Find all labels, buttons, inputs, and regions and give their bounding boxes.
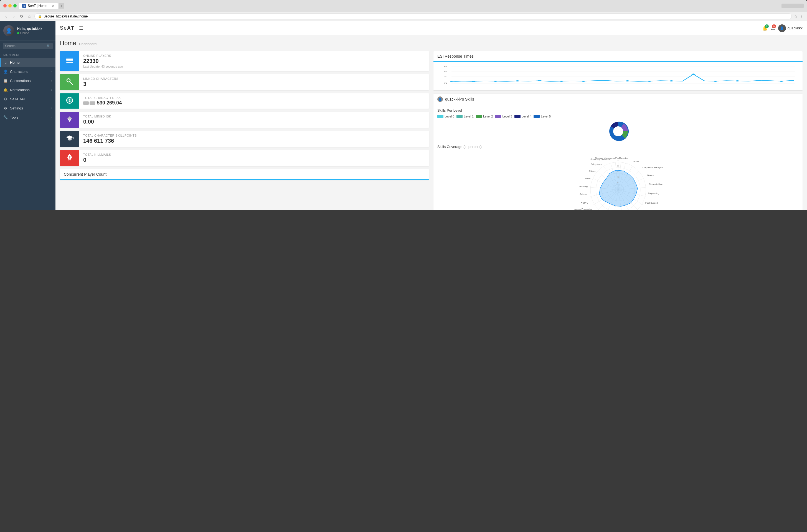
address-bar[interactable]: 🔒 Secure https://seat.dev/home	[34, 13, 792, 19]
page-title: Home	[60, 40, 76, 47]
svg-point-23	[472, 81, 475, 82]
stat-icon-skills	[60, 131, 79, 147]
coverage-title: Skills Coverage (in percent)	[437, 145, 799, 149]
forward-button[interactable]: ›	[11, 14, 17, 19]
traffic-lights	[3, 4, 17, 7]
legend-label-1: Level 1	[464, 115, 473, 118]
svg-text:Engineering: Engineering	[648, 192, 659, 194]
stat-label-kill: TOTAL KILLMAILS	[83, 153, 425, 156]
stat-info-isk: TOTAL CHARACTER ISK 530 269.04	[79, 93, 429, 109]
stat-label-mined: TOTAL MINED ISK	[83, 115, 425, 118]
svg-point-34	[714, 81, 717, 82]
sidebar-search[interactable]: 🔍	[0, 40, 55, 52]
stat-label-isk: TOTAL CHARACTER ISK	[83, 96, 425, 99]
key-icon	[66, 78, 73, 87]
menu-icon[interactable]: ⋮	[800, 14, 804, 19]
svg-point-13	[69, 156, 70, 158]
stat-sublabel-online: Last Update: 43 seconds ago	[83, 65, 425, 68]
stat-icon-online	[60, 51, 79, 71]
legend-level0: Level 0	[437, 115, 454, 118]
new-tab-button[interactable]: +	[59, 3, 65, 8]
skills-card: 👤 qu1ckkkk's Skills Skills Per Level Lev…	[434, 94, 803, 210]
stat-value-row-isk: 530 269.04	[83, 100, 425, 106]
sidebar-item-home[interactable]: ⌂ Home	[0, 58, 55, 67]
maximize-button[interactable]	[13, 4, 17, 7]
sidebar-user: 👤 Hello, qu1ckkkk Online	[0, 21, 55, 40]
stat-icon-linked	[60, 74, 79, 90]
rocket-icon	[66, 153, 73, 163]
search-icon: 🔍	[47, 44, 51, 48]
page-header: Home Dashboard	[60, 40, 803, 47]
reload-button[interactable]: ↻	[19, 14, 24, 19]
svg-point-38	[791, 80, 794, 81]
sidebar-item-settings[interactable]: ⚙ Settings ›	[0, 103, 55, 113]
notifications-icon: 🔔	[3, 88, 8, 92]
sidebar-item-tools[interactable]: 🔧 Tools ›	[0, 113, 55, 122]
radar-grid: 90 70 50 30 10 Trade Armor	[574, 157, 662, 210]
svg-point-25	[516, 80, 519, 81]
tab-title: SeAT | Home	[28, 4, 48, 8]
esi-card-header: ESI Response Times	[434, 51, 803, 62]
stat-value-skillpoints: 146 611 736	[83, 138, 425, 144]
address-bar-container: ‹ › ↻ ⌂ 🔒 Secure https://seat.dev/home ☆…	[0, 12, 807, 21]
bookmark-icon[interactable]: ☆	[794, 14, 797, 19]
tab-favicon: s	[22, 4, 26, 8]
active-tab[interactable]: s SeAT | Home ✕	[19, 3, 58, 9]
search-input[interactable]	[5, 44, 45, 48]
per-level-title: Skills Per Level	[437, 108, 799, 113]
search-box[interactable]: 🔍	[3, 43, 53, 49]
svg-point-30	[626, 80, 629, 81]
home-button[interactable]: ⌂	[26, 14, 32, 19]
graduation-icon	[66, 134, 74, 144]
app-wrapper: 👤 Hello, qu1ckkkk Online 🔍 Main Menu	[0, 21, 807, 210]
list-icon	[66, 57, 73, 65]
svg-text:30: 30	[617, 165, 619, 167]
svg-marker-68	[599, 170, 638, 206]
svg-text:0: 0	[444, 82, 447, 84]
svg-point-31	[648, 81, 651, 82]
legend-color-1	[457, 115, 462, 118]
svg-text:4: 4	[444, 70, 447, 73]
svg-point-26	[538, 80, 541, 81]
svg-text:Electronic Systems: Electronic Systems	[649, 183, 662, 185]
right-column: ESI Response Times 6 4 2 0	[434, 51, 803, 210]
tab-bar: s SeAT | Home ✕ +	[19, 3, 779, 9]
svg-point-29	[604, 80, 607, 81]
notifications-button[interactable]: ⚠ 0	[771, 25, 775, 31]
close-button[interactable]	[3, 4, 7, 7]
sidebar-item-characters[interactable]: 👤 Characters ›	[0, 67, 55, 76]
user-dropdown[interactable]: 👤 qu1ckkkk	[778, 24, 803, 32]
svg-text:10: 10	[617, 159, 619, 161]
legend-label-2: Level 2	[483, 115, 493, 118]
user-status: Online	[17, 31, 52, 35]
back-button[interactable]: ‹	[3, 14, 9, 19]
skills-avatar: 👤	[437, 96, 443, 102]
stat-label-skillpoints: TOTAL CHARACTER SKILLPOINTS	[83, 134, 425, 137]
minimize-button[interactable]	[8, 4, 12, 7]
alerts-button[interactable]: 🔔 0	[762, 25, 768, 31]
svg-text:90: 90	[617, 182, 619, 184]
esi-chart: 6 4 2 0	[437, 64, 799, 87]
stat-info-mined: TOTAL MINED ISK 0.00	[79, 112, 429, 128]
svg-rect-3	[66, 62, 73, 63]
svg-point-39	[613, 126, 623, 136]
user-greeting: Hello, qu1ckkkk	[17, 27, 52, 31]
main-content: SeAT ☰ 🔔 0 ⚠ 0 👤 qu1ckkkk	[55, 21, 807, 210]
top-navbar: SeAT ☰ 🔔 0 ⚠ 0 👤 qu1ckkkk	[55, 21, 807, 35]
svg-point-22	[450, 81, 453, 82]
svg-point-24	[494, 81, 497, 82]
sidebar-item-seat-api[interactable]: ⚙ SeAT API	[0, 94, 55, 103]
legend-color-0	[437, 115, 443, 118]
legend-level3: Level 3	[495, 115, 512, 118]
status-dot	[17, 32, 19, 34]
svg-text:Subsystems: Subsystems	[591, 163, 602, 166]
window-controls	[782, 4, 804, 8]
sidebar-item-label-characters: Characters	[10, 70, 28, 74]
stat-info-linked: LINKED CHARACTERS 3	[79, 74, 429, 90]
tab-close-icon[interactable]: ✕	[52, 4, 54, 8]
stat-card-killmails: TOTAL KILLMAILS 0	[60, 150, 429, 166]
hamburger-button[interactable]: ☰	[79, 25, 83, 31]
sidebar-item-corporations[interactable]: 📋 Corporations ›	[0, 76, 55, 86]
stat-icon-mined	[60, 112, 79, 128]
sidebar-item-notifications[interactable]: 🔔 Notifications ›	[0, 86, 55, 94]
